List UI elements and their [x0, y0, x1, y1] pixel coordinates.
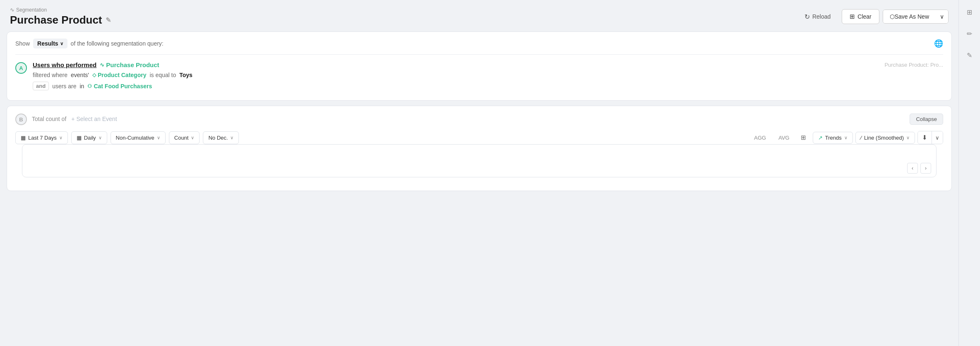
line-smoothed-icon: ∕ — [861, 135, 862, 141]
daily-dropdown[interactable]: ▦ Daily ∨ — [71, 131, 107, 144]
query-panel: Show Results ∨ of the following segmenta… — [7, 31, 952, 101]
no-dec-dropdown[interactable]: No Dec. ∨ — [203, 131, 239, 144]
save-as-new-chevron-button[interactable]: ∨ — [936, 10, 948, 23]
non-cumulative-dropdown[interactable]: Non-Cumulative ∨ — [111, 131, 166, 144]
filter-row-1: filtered where events' ◇ Product Categor… — [33, 72, 943, 78]
line-smoothed-label: Line (Smoothed) — [864, 135, 904, 141]
agg-button[interactable]: AGG — [749, 132, 771, 143]
breadcrumb-label: Segmentation — [16, 7, 47, 13]
show-label: Show — [15, 40, 30, 47]
property-icon: ◇ — [92, 72, 96, 78]
count-chevron-icon: ∨ — [191, 135, 194, 140]
filter-row-2: and users are in ⚇ Cat Food Purchasers — [33, 82, 943, 90]
save-as-new-label: Save As New — [895, 13, 929, 20]
line-smoothed-chevron-icon: ∨ — [906, 135, 910, 140]
event-trend-icon: ∿ — [100, 62, 104, 68]
segment-a-main-row: Users who performed ∿ Purchase Product P… — [33, 61, 943, 68]
avg-button[interactable]: AVG — [773, 132, 795, 143]
trends-dropdown[interactable]: ↗ Trends ∨ — [813, 132, 853, 144]
chevron-down-icon: ∨ — [940, 13, 944, 20]
total-count-of-label: Total count of — [32, 116, 66, 122]
is-equal-to-label: is equal to — [149, 72, 176, 78]
last-7-days-chevron-icon: ∨ — [59, 135, 63, 140]
events-label: events' — [71, 72, 89, 78]
globe-icon[interactable]: 🌐 — [934, 39, 943, 48]
page-title: Purchase Product ✎ — [10, 14, 111, 27]
and-label: and — [33, 82, 49, 90]
select-event-label: Select an Event — [76, 116, 117, 122]
cohort-name-label: Cat Food Purchasers — [94, 83, 152, 90]
page-title-text: Purchase Product — [10, 14, 102, 27]
daily-chevron-icon: ∨ — [99, 135, 102, 140]
edit-icon: ✎ — [967, 51, 972, 59]
section-b-panel: B Total count of + Select an Event Colla… — [7, 106, 952, 191]
download-button[interactable]: ⬇ — [918, 131, 932, 144]
section-b-header: B Total count of + Select an Event Colla… — [15, 113, 943, 125]
sidebar-pencil-icon[interactable]: ✏ — [963, 27, 977, 41]
cohort-name[interactable]: ⚇ Cat Food Purchasers — [87, 83, 152, 90]
section-b-left: B Total count of + Select an Event — [15, 113, 117, 125]
no-dec-chevron-icon: ∨ — [230, 135, 234, 140]
reload-button[interactable]: ↻ Reload — [797, 9, 838, 24]
property-name-label: Product Category — [98, 72, 146, 78]
save-icon: ⬡ — [890, 13, 895, 20]
save-as-new-wrapper: ⬡ Save As New ∨ — [883, 10, 949, 24]
event-name[interactable]: ∿ Purchase Product — [100, 61, 159, 68]
product-category-tag[interactable]: ◇ Product Category — [92, 72, 146, 78]
download-chevron-icon: ∨ — [935, 135, 939, 141]
save-as-new-button[interactable]: ⬡ Save As New — [883, 10, 936, 23]
count-label: Count — [174, 135, 189, 141]
download-chevron-button[interactable]: ∨ — [932, 131, 943, 144]
users-who-performed-label: Users who performed — [33, 61, 96, 68]
last-7-days-label: Last 7 Days — [28, 135, 57, 141]
segment-b-badge: B — [15, 114, 27, 125]
next-icon: › — [925, 165, 927, 171]
right-toolbar: AGG AVG ⊞ ↗ Trends ∨ ∕ Line (Smoothed) ∨ — [749, 131, 943, 144]
breadcrumb-icon: ∿ — [10, 7, 14, 13]
next-page-button[interactable]: › — [920, 163, 931, 174]
non-cumulative-label: Non-Cumulative — [116, 135, 154, 141]
daily-label: Daily — [84, 135, 96, 141]
results-dropdown[interactable]: Results ∨ — [33, 39, 67, 48]
prev-icon: ‹ — [912, 165, 913, 171]
results-chevron-icon: ∨ — [60, 41, 63, 46]
reload-icon: ↻ — [804, 13, 810, 21]
line-smoothed-dropdown[interactable]: ∕ Line (Smoothed) ∨ — [855, 132, 915, 144]
show-row: Show Results ∨ of the following segmenta… — [15, 39, 943, 55]
collapse-label: Collapse — [916, 116, 937, 122]
edit-title-icon[interactable]: ✎ — [106, 16, 111, 24]
plus-icon: + — [71, 116, 75, 122]
segment-a-left: Users who performed ∿ Purchase Product — [33, 61, 159, 68]
clear-button[interactable]: ⊞ Clear — [842, 9, 879, 24]
filter-icon-button[interactable]: ⊞ — [797, 131, 810, 144]
calendar-icon: ▦ — [21, 135, 26, 141]
no-dec-label: No Dec. — [208, 135, 228, 141]
segment-right-label: Purchase Product: Pro... — [884, 62, 943, 68]
pencil-icon: ✏ — [967, 30, 972, 38]
filtered-where-label: filtered where — [33, 72, 67, 78]
filter-icon: ⊞ — [801, 134, 806, 141]
toolbar-row: ▦ Last 7 Days ∨ ▦ Daily ∨ Non-Cumulative… — [15, 131, 943, 144]
header-actions: ↻ Reload ⊞ Clear ⬡ Save As New ∨ — [797, 9, 949, 24]
prev-page-button[interactable]: ‹ — [907, 163, 918, 174]
clear-label: Clear — [857, 13, 871, 20]
last-7-days-dropdown[interactable]: ▦ Last 7 Days ∨ — [15, 131, 68, 144]
header: ∿ Segmentation Purchase Product ✎ ↻ Relo… — [0, 0, 958, 31]
collapse-button[interactable]: Collapse — [910, 114, 943, 125]
chart-bottom: ‹ › — [22, 160, 936, 177]
trends-icon: ↗ — [818, 135, 823, 141]
breadcrumb: ∿ Segmentation — [10, 7, 111, 13]
trends-label: Trends — [825, 135, 842, 141]
clear-plus-icon: ⊞ — [850, 13, 855, 20]
sidebar-grid-icon[interactable]: ⊞ — [963, 5, 977, 19]
right-sidebar: ⊞ ✏ ✎ — [958, 0, 980, 346]
trends-chevron-icon: ∨ — [844, 135, 848, 140]
reload-label: Reload — [812, 13, 831, 20]
non-cumulative-chevron-icon: ∨ — [157, 135, 160, 140]
in-label: in — [79, 83, 84, 90]
grid-icon: ⊞ — [967, 8, 972, 16]
users-are-label: users are — [52, 83, 76, 90]
count-dropdown[interactable]: Count ∨ — [169, 131, 200, 144]
select-event-button[interactable]: + Select an Event — [71, 116, 117, 122]
sidebar-edit-icon[interactable]: ✎ — [963, 48, 977, 62]
